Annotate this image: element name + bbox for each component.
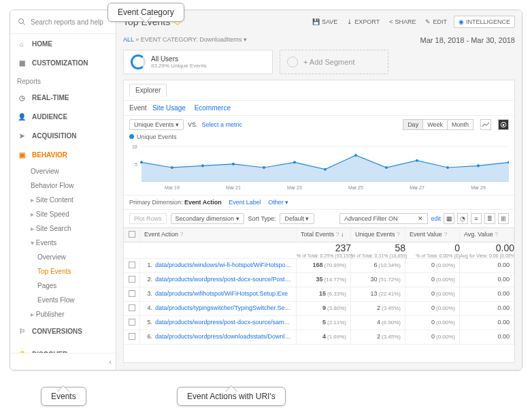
row-checkbox[interactable] (129, 276, 135, 283)
view-table-icon[interactable]: ▦ (444, 213, 454, 224)
intelligence-icon: ◉ (459, 18, 464, 25)
nav-overview[interactable]: Overview (10, 164, 116, 178)
svg-text:5: 5 (135, 162, 137, 168)
event-action-link[interactable]: 3.data/products/wifihotspot/WiFiHotspot.… (140, 287, 297, 301)
event-action-link[interactable]: 6.data/products/wordpress/downloadsstats… (140, 330, 297, 344)
help-icon[interactable]: ? (495, 231, 498, 238)
chevron-down-icon[interactable]: ▾ (244, 36, 247, 43)
gran-day[interactable]: Day (403, 119, 423, 130)
help-icon[interactable]: ? (180, 231, 184, 238)
row-checkbox[interactable] (129, 290, 135, 297)
nav-events[interactable]: ▾ Events (10, 236, 116, 250)
svg-point-9 (171, 166, 173, 169)
edit-button[interactable]: ✎EDIT (422, 17, 450, 27)
subtab-site-usage[interactable]: Site Usage (152, 104, 186, 112)
save-button[interactable]: 💾SAVE (310, 17, 340, 27)
share-icon: < (389, 18, 393, 25)
subtab-event[interactable]: Event (129, 104, 147, 112)
nav-site-search[interactable]: ▸ Site Search (10, 221, 116, 236)
app-shell: Search reports and help ⌂HOME ▦CUSTOMIZA… (10, 10, 522, 370)
subtab-ecommerce[interactable]: Ecommerce (195, 104, 231, 112)
nav-conversions[interactable]: ⚐CONVERSIONS (10, 321, 116, 341)
circle-icon (287, 57, 298, 67)
nav-behavior[interactable]: ▣BEHAVIOR (10, 145, 116, 164)
segment-add[interactable]: + Add Segment (280, 50, 388, 74)
help-icon[interactable]: ? (444, 231, 447, 238)
row-checkbox[interactable] (129, 304, 135, 311)
breadcrumb-all[interactable]: ALL (123, 36, 134, 43)
acquisition-icon: ➤ (17, 131, 27, 140)
event-action-link[interactable]: 4.data/products/typingswitcher/TypingSwi… (140, 302, 297, 315)
nav-events-flow[interactable]: Events Flow (10, 293, 116, 307)
col-avg-value[interactable]: Avg. Value ? (460, 228, 514, 242)
nav-realtime[interactable]: ◷REAL-TIME (10, 88, 116, 107)
view-percentage-icon[interactable]: ◔ (457, 213, 468, 224)
secondary-dimension[interactable]: Secondary dimension ▾ (171, 213, 244, 224)
flag-icon: ⚐ (17, 326, 27, 336)
table-row: 5.data/products/wordpress/post-docx-sour… (124, 316, 514, 330)
search-row[interactable]: Search reports and help (10, 10, 116, 34)
gran-week[interactable]: Week (422, 119, 448, 130)
view-comparison-icon[interactable]: ≣ (484, 213, 495, 224)
share-button[interactable]: <SHARE (386, 17, 418, 27)
chart-type-motion[interactable]: ⦿ (498, 119, 509, 130)
nav-discover[interactable]: 💡DISCOVER (10, 345, 116, 353)
nav-behavior-flow[interactable]: Behavior Flow (10, 178, 116, 193)
nav-home[interactable]: ⌂HOME (10, 34, 116, 53)
view-performance-icon[interactable]: ≡ (471, 213, 482, 224)
date-range[interactable]: Mar 18, 2018 - Mar 30, 2018 (420, 36, 515, 44)
segment-all-users[interactable]: All Users 83.29% Unique Events (123, 50, 273, 74)
nav-top-events[interactable]: Top Events (10, 264, 116, 279)
row-checkbox[interactable] (129, 262, 135, 268)
close-icon[interactable]: ✕ (418, 215, 423, 222)
filter-edit[interactable]: edit (431, 215, 441, 222)
data-table: Event Action ? Total Events ? ↓ Unique E… (124, 227, 514, 362)
advanced-filter[interactable]: Advanced Filter ON✕ (339, 213, 429, 224)
explorer-subtabs: Event Site Usage Ecommerce (124, 101, 514, 116)
nav-customization[interactable]: ▦CUSTOMIZATION (10, 53, 116, 72)
save-icon: 💾 (312, 18, 320, 25)
nav-site-content[interactable]: ▸ Site Content (10, 193, 116, 207)
row-checkbox[interactable] (129, 319, 135, 326)
select-all-checkbox[interactable] (129, 231, 135, 238)
metric-selector[interactable]: Unique Events ▾ (129, 119, 184, 130)
col-unique-events[interactable]: Unique Events ? (351, 228, 405, 242)
nav-events-pages[interactable]: Pages (10, 279, 116, 293)
select-metric[interactable]: Select a metric (202, 121, 243, 128)
explorer-tab: Explorer (124, 80, 514, 101)
nav-publisher[interactable]: ▸ Publisher (10, 307, 116, 321)
plot-rows-button[interactable]: Plot Rows (129, 213, 167, 224)
col-total-events[interactable]: Total Events ? ↓ (297, 228, 351, 242)
col-event-value[interactable]: Event Value ? (405, 228, 460, 242)
help-icon[interactable]: ? (397, 231, 400, 238)
dim-event-action[interactable]: Event Action (184, 199, 222, 206)
view-pivot-icon[interactable]: ⊞ (498, 213, 509, 224)
chart: 10 5 Mar 19Mar 21Mar 23Mar 25Mar 27Mar 2… (124, 140, 514, 195)
collapse-sidebar[interactable]: ‹ (10, 353, 116, 370)
dim-event-label[interactable]: Event Label (229, 199, 261, 206)
dim-other[interactable]: Other ▾ (268, 199, 288, 206)
row-checkbox[interactable] (129, 333, 135, 340)
nav-audience[interactable]: 👤AUDIENCE (10, 107, 116, 126)
event-action-link[interactable]: 5.data/products/wordpress/post-docx-sour… (140, 316, 297, 330)
nav-site-speed[interactable]: ▸ Site Speed (10, 207, 116, 221)
export-button[interactable]: ⤓EXPORT (344, 17, 382, 27)
sort-type[interactable]: Default ▾ (280, 213, 314, 224)
nav: ⌂HOME ▦CUSTOMIZATION Reports ◷REAL-TIME … (10, 34, 116, 353)
intelligence-button[interactable]: ◉INTELLIGENCE (454, 16, 515, 28)
chart-type-line[interactable] (480, 119, 491, 130)
callout-events: Events (41, 387, 86, 406)
help-icon[interactable]: ? (336, 231, 339, 238)
primary-dimension: Primary Dimension: Event Action Event La… (124, 195, 514, 209)
table-controls: Plot Rows Secondary dimension ▾ Sort Typ… (124, 209, 514, 227)
breadcrumb-value[interactable]: DownloadItems (199, 36, 242, 43)
col-event-action[interactable]: Event Action ? (140, 228, 297, 242)
gran-month[interactable]: Month (447, 119, 473, 130)
nav-acquisition[interactable]: ➤ACQUISITION (10, 126, 116, 145)
sort-arrow-icon: ↓ (341, 231, 344, 238)
event-action-link[interactable]: 2.data/products/wordpress/post-docx-sour… (140, 273, 297, 287)
nav-events-overview[interactable]: Overview (10, 250, 116, 264)
svg-point-8 (140, 161, 143, 163)
event-action-link[interactable]: 1.data/products/windows/wi-fi-hotspot/Wi… (140, 259, 297, 272)
tab-explorer[interactable]: Explorer (129, 84, 167, 97)
